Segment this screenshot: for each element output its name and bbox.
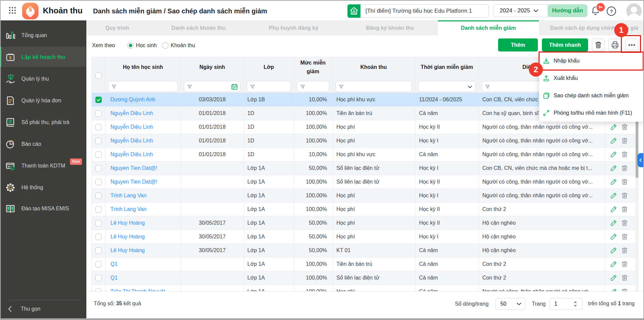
svg-text:?: ? — [610, 8, 613, 14]
svg-text:$: $ — [9, 120, 11, 123]
svg-text:$: $ — [9, 56, 12, 60]
svg-text:$: $ — [10, 76, 12, 79]
svg-text:$: $ — [29, 7, 32, 12]
